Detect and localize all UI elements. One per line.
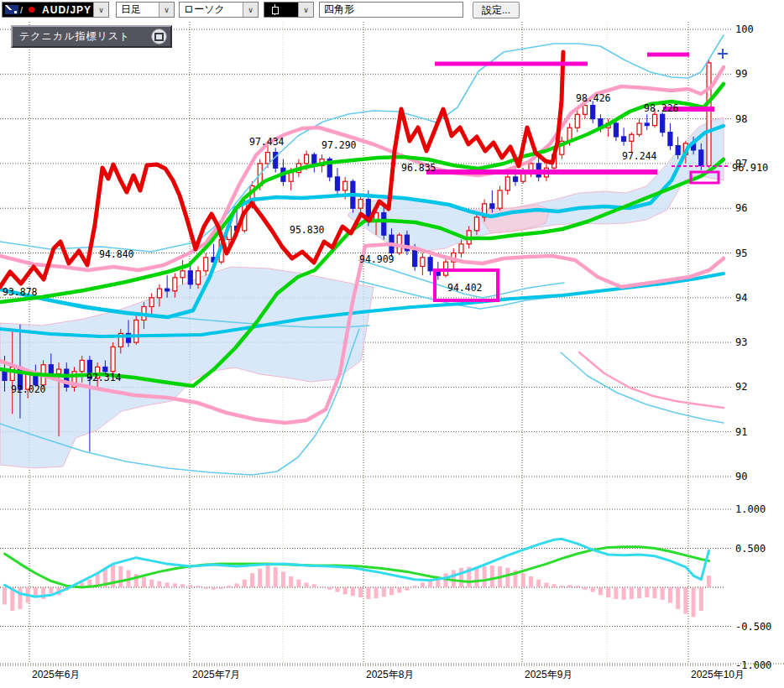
chevron-down-icon[interactable]: ∨ bbox=[159, 3, 174, 17]
svg-text:99: 99 bbox=[735, 68, 747, 80]
draw-tool-field[interactable]: 四角形 bbox=[319, 2, 463, 18]
candle-body bbox=[196, 271, 201, 284]
macd-histogram-bar bbox=[536, 580, 541, 587]
candle-body bbox=[474, 217, 478, 231]
restore-window-icon[interactable] bbox=[151, 29, 167, 44]
macd-histogram-bar bbox=[389, 587, 394, 595]
macd-histogram-bar bbox=[405, 587, 409, 591]
svg-text:95: 95 bbox=[735, 248, 747, 259]
macd-histogram-bar bbox=[606, 587, 610, 597]
candle-body bbox=[111, 347, 115, 371]
chart-type-select[interactable]: ローソク ∨ bbox=[179, 2, 259, 18]
candle-style-select[interactable]: ∨ bbox=[264, 2, 314, 18]
macd-histogram-bar bbox=[281, 571, 285, 587]
chart-canvas[interactable]: 10099989796959493929190 1.000 0.500-0.50… bbox=[0, 0, 784, 688]
macd-histogram-bar bbox=[668, 587, 672, 603]
candle-body bbox=[103, 367, 107, 371]
svg-text:93: 93 bbox=[735, 336, 747, 348]
macd-histogram-bar bbox=[180, 584, 185, 587]
candle-body bbox=[699, 150, 703, 166]
candle-body bbox=[583, 106, 588, 115]
candle-body bbox=[514, 177, 518, 181]
chevron-down-icon[interactable]: ∨ bbox=[243, 3, 258, 17]
macd-histogram-bar bbox=[645, 587, 649, 597]
candle-body bbox=[490, 204, 494, 208]
japan-flag-icon bbox=[25, 5, 39, 14]
candle-body bbox=[428, 258, 432, 271]
macd-histogram-bar bbox=[327, 587, 332, 590]
chevron-down-icon[interactable]: ∨ bbox=[93, 3, 108, 17]
macd-histogram-bar bbox=[296, 580, 301, 587]
technical-indicator-list-panel[interactable]: テクニカル指標リスト bbox=[11, 25, 172, 48]
macd-histogram-bar bbox=[250, 573, 254, 587]
macd-histogram-bar bbox=[483, 566, 487, 587]
svg-text:2025年6月: 2025年6月 bbox=[32, 669, 80, 680]
macd-histogram-bar bbox=[305, 582, 309, 587]
candle-body bbox=[637, 123, 641, 134]
svg-text:94.402: 94.402 bbox=[447, 282, 483, 294]
svg-text:97.290: 97.290 bbox=[321, 139, 357, 151]
macd-histogram-bar bbox=[591, 587, 595, 592]
svg-text:1.000: 1.000 bbox=[735, 503, 766, 515]
macd-histogram-bar bbox=[358, 587, 363, 597]
candle-body bbox=[645, 123, 649, 126]
svg-text:2025年8月: 2025年8月 bbox=[366, 669, 414, 680]
macd-histogram-bar bbox=[707, 576, 711, 587]
candle-body bbox=[498, 190, 502, 208]
macd-histogram-bar bbox=[699, 587, 703, 611]
candle-body bbox=[265, 153, 269, 164]
svg-text:100: 100 bbox=[735, 23, 754, 35]
candle-body bbox=[661, 114, 665, 132]
macd-histogram-bar bbox=[676, 587, 680, 609]
candle-body bbox=[505, 177, 510, 190]
macd-histogram-bar bbox=[397, 587, 401, 593]
candle-body bbox=[630, 134, 634, 141]
toolbar: / AUD/JPY ∨ 日足 ∨ ローソク ∨ ∨ 四角形 設定... bbox=[0, 0, 784, 20]
svg-text:95.830: 95.830 bbox=[290, 224, 325, 236]
macd-histogram-bar bbox=[18, 587, 22, 609]
currency-pair-label: AUD/JPY bbox=[42, 4, 91, 16]
macd-histogram-bar bbox=[575, 586, 579, 587]
macd-histogram-bar bbox=[474, 568, 478, 587]
candle-body bbox=[173, 278, 177, 291]
macd-histogram-bar bbox=[118, 566, 123, 587]
chevron-down-icon[interactable]: ∨ bbox=[298, 3, 313, 17]
macd-histogram-bar bbox=[335, 587, 339, 592]
svg-text:92: 92 bbox=[735, 381, 747, 393]
macd-histogram-bar bbox=[614, 587, 618, 599]
svg-text:94: 94 bbox=[735, 292, 747, 304]
candle-body bbox=[652, 114, 656, 125]
macd-histogram-bar bbox=[227, 586, 231, 587]
macd-histogram-bar bbox=[374, 587, 379, 598]
macd-histogram-bar bbox=[413, 586, 417, 587]
settings-button[interactable]: 設定... bbox=[473, 2, 520, 18]
candle-body bbox=[204, 258, 208, 271]
svg-text:94.909: 94.909 bbox=[359, 253, 395, 265]
svg-text:-0.500: -0.500 bbox=[735, 621, 771, 633]
svg-text:2025年10月: 2025年10月 bbox=[691, 669, 745, 680]
macd-histogram-bar bbox=[274, 567, 278, 587]
macd-histogram-bar bbox=[3, 587, 7, 604]
macd-histogram-bar bbox=[490, 566, 494, 587]
macd-histogram-bar bbox=[598, 587, 603, 595]
macd-histogram-bar bbox=[552, 584, 557, 587]
macd-histogram-bar bbox=[49, 587, 53, 593]
macd-histogram-bar bbox=[258, 569, 262, 587]
currency-pair-select[interactable]: / AUD/JPY ∨ bbox=[2, 2, 109, 18]
macd-histogram-bar bbox=[343, 587, 348, 594]
macd-histogram-bar bbox=[459, 568, 463, 587]
macd-histogram-bar bbox=[652, 587, 656, 598]
timeframe-label: 日足 bbox=[121, 3, 141, 17]
svg-text:96: 96 bbox=[735, 202, 747, 214]
timeframe-select[interactable]: 日足 ∨ bbox=[116, 2, 175, 18]
macd-histogram-bar bbox=[683, 587, 687, 614]
candle-body bbox=[188, 271, 192, 284]
svg-text:98.226: 98.226 bbox=[644, 102, 679, 114]
candle-body bbox=[305, 154, 309, 164]
candle-body bbox=[668, 133, 672, 146]
svg-text:0.500: 0.500 bbox=[735, 543, 766, 555]
macd-histogram-bar bbox=[637, 587, 641, 598]
candle-body bbox=[335, 177, 339, 190]
candle-body bbox=[80, 360, 84, 371]
macd-histogram-bar bbox=[265, 566, 269, 587]
